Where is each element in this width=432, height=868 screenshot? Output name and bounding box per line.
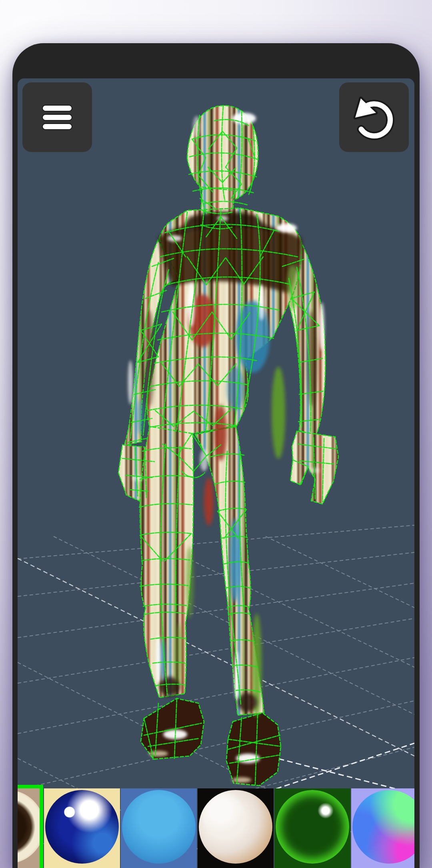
material-thumb-1[interactable] — [18, 785, 43, 868]
phone-frame — [12, 43, 420, 868]
undo-button[interactable] — [339, 82, 409, 152]
matcap-ball-green — [276, 790, 349, 864]
menu-button[interactable] — [22, 82, 92, 152]
material-picker — [18, 788, 414, 868]
undo-icon — [339, 82, 409, 152]
material-thumb-6[interactable] — [351, 788, 414, 868]
material-thumb-2[interactable] — [44, 788, 120, 868]
figure-body — [118, 106, 338, 786]
matcap-ball-blue — [122, 790, 196, 864]
material-thumb-3[interactable] — [121, 788, 197, 868]
app-screen — [18, 78, 414, 868]
hamburger-icon — [22, 82, 92, 152]
matcap-ball-navy — [45, 790, 119, 864]
matcap-ball-pearl — [199, 790, 272, 864]
matcap-ball-chrome — [18, 790, 43, 864]
material-thumb-5[interactable] — [274, 788, 350, 868]
matcap-ball-normal — [352, 790, 414, 864]
model-human-figure[interactable] — [18, 78, 414, 868]
material-thumb-4[interactable] — [198, 788, 274, 868]
